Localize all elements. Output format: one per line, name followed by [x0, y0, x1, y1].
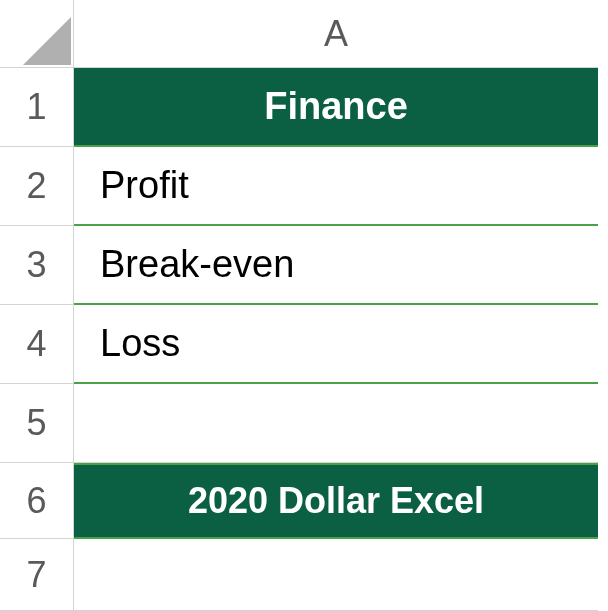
- cell-A7[interactable]: [74, 539, 598, 611]
- row-header-7[interactable]: 7: [0, 539, 74, 611]
- column-header-A[interactable]: A: [74, 0, 598, 68]
- row-header-1[interactable]: 1: [0, 68, 74, 147]
- cell-A5[interactable]: [74, 384, 598, 463]
- row-header-5[interactable]: 5: [0, 384, 74, 463]
- cell-A2[interactable]: Profit: [74, 147, 598, 226]
- row-header-2[interactable]: 2: [0, 147, 74, 226]
- row-header-3[interactable]: 3: [0, 226, 74, 305]
- cell-A3[interactable]: Break-even: [74, 226, 598, 305]
- row-header-6[interactable]: 6: [0, 463, 74, 539]
- row-header-4[interactable]: 4: [0, 305, 74, 384]
- select-all-corner[interactable]: [0, 0, 74, 68]
- cell-A1[interactable]: Finance: [74, 68, 598, 147]
- cell-A4[interactable]: Loss: [74, 305, 598, 384]
- spreadsheet-grid: A 1 Finance 2 Profit 3 Break-even 4 Loss…: [0, 0, 608, 611]
- cell-A6[interactable]: 2020 Dollar Excel: [74, 463, 598, 539]
